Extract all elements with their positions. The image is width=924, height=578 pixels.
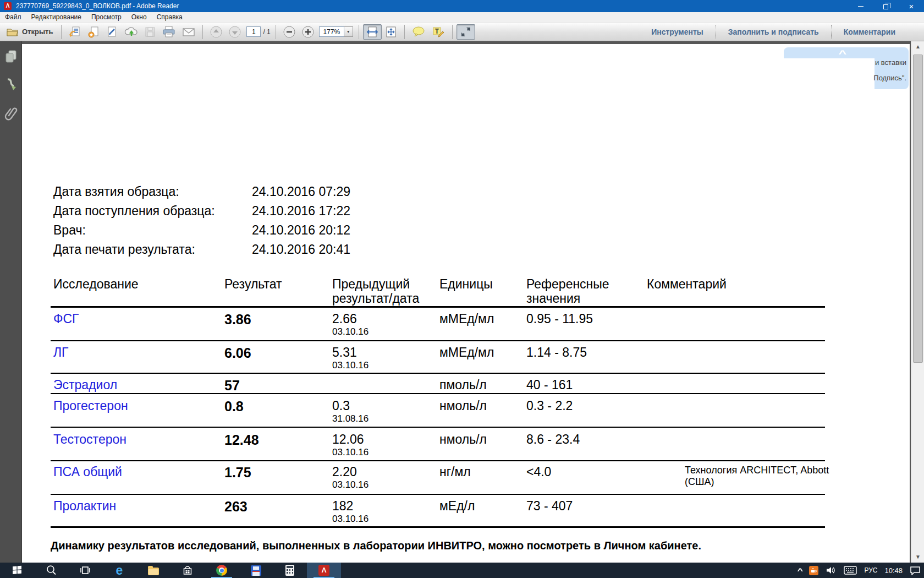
zoom-level-value[interactable]: 177% [319, 26, 344, 37]
meta-label: Дата печати результата: [53, 242, 195, 257]
previous-result: 12.06 [332, 432, 364, 447]
units: нг/мл [439, 465, 471, 479]
previous-result: 2.20 [332, 465, 357, 479]
units: нмоль/л [439, 432, 487, 447]
fill-sign-panel-button[interactable]: Заполнить и подписать [716, 28, 831, 36]
result-value: 1.75 [224, 465, 251, 481]
create-pdf-button[interactable] [84, 24, 103, 40]
minimize-button[interactable] [848, 0, 873, 12]
menu-window[interactable]: Окно [127, 12, 152, 23]
reference-range: 1.14 - 8.75 [526, 345, 587, 360]
test-name-link[interactable]: Пролактин [53, 499, 116, 514]
window-controls: × [848, 0, 924, 12]
open-button[interactable]: Открыть [0, 24, 57, 40]
test-name-link[interactable]: Тестостерон [53, 432, 127, 447]
result-value: 57 [224, 378, 240, 394]
taskbar-explorer-button[interactable] [136, 563, 170, 578]
test-name-link[interactable]: Прогестерон [53, 399, 128, 413]
column-header-comment: Комментарий [647, 277, 727, 291]
taskbar-store-button[interactable] [170, 563, 205, 578]
zoom-dropdown-button[interactable]: ▼ [344, 26, 353, 37]
save-button[interactable] [141, 24, 159, 40]
keyboard-icon[interactable] [844, 566, 857, 575]
highlight-text-button[interactable]: T [428, 24, 448, 40]
taskbar-adobe-reader-button[interactable]: Λ [307, 563, 341, 578]
zoom-in-button[interactable] [299, 24, 317, 40]
column-header-result: Результат [224, 277, 282, 291]
result-value: 3.86 [224, 312, 251, 328]
scroll-down-button[interactable]: ▼ [911, 552, 924, 563]
sign-document-button[interactable] [103, 24, 122, 40]
table-rule [51, 427, 825, 428]
fullscreen-button[interactable] [457, 24, 475, 40]
menu-view[interactable]: Просмотр [86, 12, 127, 23]
toolbar-separator [404, 25, 405, 39]
action-center-icon[interactable] [910, 565, 921, 575]
svg-text:T: T [435, 27, 439, 35]
coffee-cup-icon [811, 568, 817, 574]
page-number-input[interactable] [246, 26, 261, 37]
title-bar: Λ 237770769_59229843_0_ВОЛКОВ.pdf - Adob… [0, 0, 924, 12]
cloud-upload-button[interactable] [122, 24, 141, 40]
start-button[interactable] [0, 563, 34, 578]
taskbar-calculator-button[interactable] [273, 563, 307, 578]
table-rule [51, 306, 825, 308]
fit-page-button[interactable] [382, 24, 400, 40]
meta-label: Дата поступления образца: [53, 204, 215, 219]
hidden-icons-button[interactable]: ^ [797, 566, 803, 575]
taskbar-chrome-button[interactable] [205, 563, 239, 578]
reference-range: 8.6 - 23.4 [526, 432, 580, 447]
restore-button[interactable] [873, 0, 899, 12]
menu-edit[interactable]: Редактирование [26, 12, 86, 23]
navigation-pane-strip [0, 41, 22, 563]
zoom-level-control: 177% ▼ [319, 26, 353, 37]
page-thumbnails-button[interactable] [0, 46, 22, 68]
attachments-button[interactable] [0, 102, 22, 124]
menu-help[interactable]: Справка [152, 12, 188, 23]
next-page-button[interactable] [226, 24, 244, 40]
scroll-up-button[interactable]: ▲ [911, 41, 924, 52]
scrollbar-thumb[interactable] [913, 54, 923, 363]
close-button[interactable]: × [899, 0, 924, 12]
desktop: Λ 237770769_59229843_0_ВОЛКОВ.pdf - Adob… [0, 0, 924, 578]
column-header-units: Единицы [439, 277, 493, 291]
result-value: 12.48 [224, 432, 259, 448]
tools-panel-button[interactable]: Инструменты [639, 28, 716, 36]
test-name-link[interactable]: ЛГ [53, 345, 69, 360]
menu-file[interactable]: Файл [0, 12, 26, 23]
volume-icon[interactable] [826, 565, 837, 575]
taskbar-app-button[interactable] [239, 563, 273, 578]
bookmarks-button[interactable] [0, 74, 22, 96]
share-file-button[interactable] [65, 24, 84, 40]
test-name-link[interactable]: Эстрадиол [53, 378, 117, 392]
language-indicator[interactable]: РУС [864, 566, 877, 574]
test-name-link[interactable]: ПСА общий [53, 465, 122, 479]
taskbar-search-button[interactable] [34, 563, 68, 578]
chevron-up-icon[interactable]: ^ [839, 48, 847, 59]
restore-icon [883, 4, 888, 9]
zoom-out-button[interactable] [280, 24, 299, 40]
toolbar-separator [61, 25, 62, 39]
taskbar-edge-button[interactable]: e [102, 563, 136, 578]
print-button[interactable] [159, 24, 179, 40]
fit-width-button[interactable] [363, 24, 382, 40]
task-view-button[interactable] [68, 563, 102, 578]
page-total-label: / 1 [263, 28, 270, 36]
java-update-tray-icon[interactable] [809, 566, 818, 575]
arrow-down-icon: ▼ [915, 554, 921, 560]
table-rule [51, 526, 825, 528]
add-comment-button[interactable] [409, 24, 428, 40]
fit-page-icon [384, 25, 398, 39]
comments-panel-button[interactable]: Комментарии [832, 28, 908, 36]
email-button[interactable] [179, 24, 199, 40]
test-name-link[interactable]: ФСГ [53, 312, 79, 326]
table-rule [51, 460, 825, 461]
bookmarks-icon [4, 77, 18, 94]
meta-row: Дата печати результата: 24.10.2016 20:41 [22, 242, 910, 257]
clock[interactable]: 10:48 [884, 566, 903, 575]
vertical-scrollbar[interactable]: ▲ ▼ [911, 41, 924, 563]
email-icon [182, 26, 196, 38]
fit-width-icon [366, 25, 379, 39]
zoom-out-icon [283, 25, 296, 39]
previous-page-button[interactable] [207, 24, 226, 40]
